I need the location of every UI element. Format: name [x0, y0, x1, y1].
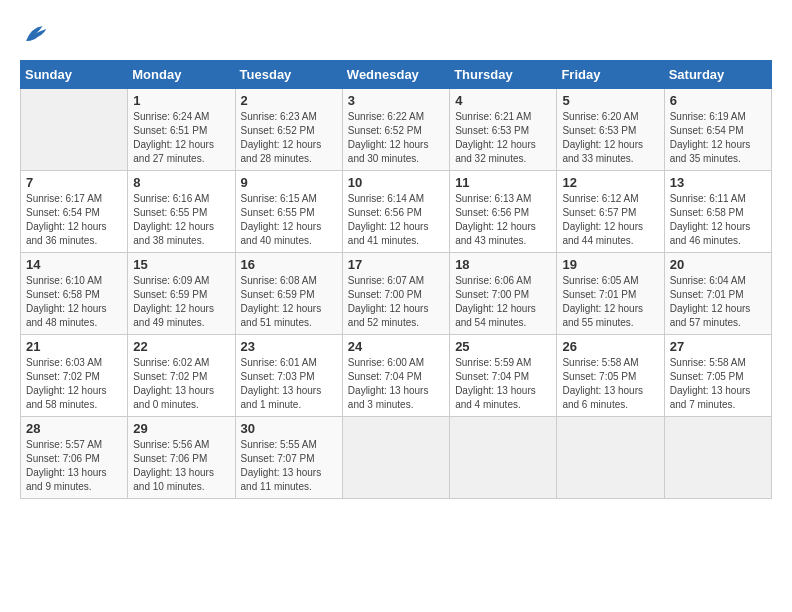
day-info: Sunrise: 5:58 AM Sunset: 7:05 PM Dayligh… [670, 356, 766, 412]
day-info: Sunrise: 6:22 AM Sunset: 6:52 PM Dayligh… [348, 110, 444, 166]
calendar-cell: 8Sunrise: 6:16 AM Sunset: 6:55 PM Daylig… [128, 171, 235, 253]
column-header-wednesday: Wednesday [342, 61, 449, 89]
calendar-cell: 7Sunrise: 6:17 AM Sunset: 6:54 PM Daylig… [21, 171, 128, 253]
calendar-cell: 23Sunrise: 6:01 AM Sunset: 7:03 PM Dayli… [235, 335, 342, 417]
day-info: Sunrise: 6:08 AM Sunset: 6:59 PM Dayligh… [241, 274, 337, 330]
column-header-monday: Monday [128, 61, 235, 89]
day-info: Sunrise: 6:13 AM Sunset: 6:56 PM Dayligh… [455, 192, 551, 248]
day-number: 12 [562, 175, 658, 190]
day-number: 3 [348, 93, 444, 108]
calendar-cell: 24Sunrise: 6:00 AM Sunset: 7:04 PM Dayli… [342, 335, 449, 417]
day-info: Sunrise: 6:15 AM Sunset: 6:55 PM Dayligh… [241, 192, 337, 248]
day-info: Sunrise: 6:24 AM Sunset: 6:51 PM Dayligh… [133, 110, 229, 166]
day-info: Sunrise: 6:01 AM Sunset: 7:03 PM Dayligh… [241, 356, 337, 412]
day-info: Sunrise: 6:04 AM Sunset: 7:01 PM Dayligh… [670, 274, 766, 330]
day-number: 14 [26, 257, 122, 272]
calendar-cell: 30Sunrise: 5:55 AM Sunset: 7:07 PM Dayli… [235, 417, 342, 499]
day-number: 13 [670, 175, 766, 190]
day-number: 15 [133, 257, 229, 272]
calendar-cell: 4Sunrise: 6:21 AM Sunset: 6:53 PM Daylig… [450, 89, 557, 171]
day-number: 4 [455, 93, 551, 108]
day-info: Sunrise: 6:11 AM Sunset: 6:58 PM Dayligh… [670, 192, 766, 248]
day-info: Sunrise: 6:17 AM Sunset: 6:54 PM Dayligh… [26, 192, 122, 248]
calendar-cell: 19Sunrise: 6:05 AM Sunset: 7:01 PM Dayli… [557, 253, 664, 335]
calendar-cell: 20Sunrise: 6:04 AM Sunset: 7:01 PM Dayli… [664, 253, 771, 335]
day-info: Sunrise: 6:02 AM Sunset: 7:02 PM Dayligh… [133, 356, 229, 412]
calendar-cell: 2Sunrise: 6:23 AM Sunset: 6:52 PM Daylig… [235, 89, 342, 171]
day-info: Sunrise: 6:14 AM Sunset: 6:56 PM Dayligh… [348, 192, 444, 248]
day-number: 23 [241, 339, 337, 354]
calendar-table: SundayMondayTuesdayWednesdayThursdayFrid… [20, 60, 772, 499]
day-number: 30 [241, 421, 337, 436]
calendar-cell: 14Sunrise: 6:10 AM Sunset: 6:58 PM Dayli… [21, 253, 128, 335]
day-number: 10 [348, 175, 444, 190]
day-number: 1 [133, 93, 229, 108]
day-number: 16 [241, 257, 337, 272]
day-number: 21 [26, 339, 122, 354]
calendar-cell [664, 417, 771, 499]
calendar-cell: 27Sunrise: 5:58 AM Sunset: 7:05 PM Dayli… [664, 335, 771, 417]
day-info: Sunrise: 6:23 AM Sunset: 6:52 PM Dayligh… [241, 110, 337, 166]
calendar-cell: 17Sunrise: 6:07 AM Sunset: 7:00 PM Dayli… [342, 253, 449, 335]
calendar-cell: 5Sunrise: 6:20 AM Sunset: 6:53 PM Daylig… [557, 89, 664, 171]
day-number: 11 [455, 175, 551, 190]
calendar-cell: 22Sunrise: 6:02 AM Sunset: 7:02 PM Dayli… [128, 335, 235, 417]
day-number: 6 [670, 93, 766, 108]
day-info: Sunrise: 6:19 AM Sunset: 6:54 PM Dayligh… [670, 110, 766, 166]
day-number: 24 [348, 339, 444, 354]
day-number: 25 [455, 339, 551, 354]
day-number: 20 [670, 257, 766, 272]
day-info: Sunrise: 6:20 AM Sunset: 6:53 PM Dayligh… [562, 110, 658, 166]
calendar-cell: 15Sunrise: 6:09 AM Sunset: 6:59 PM Dayli… [128, 253, 235, 335]
day-number: 29 [133, 421, 229, 436]
day-info: Sunrise: 5:57 AM Sunset: 7:06 PM Dayligh… [26, 438, 122, 494]
page-header [20, 20, 772, 50]
calendar-cell [21, 89, 128, 171]
day-number: 7 [26, 175, 122, 190]
calendar-cell: 1Sunrise: 6:24 AM Sunset: 6:51 PM Daylig… [128, 89, 235, 171]
calendar-cell: 12Sunrise: 6:12 AM Sunset: 6:57 PM Dayli… [557, 171, 664, 253]
calendar-cell: 16Sunrise: 6:08 AM Sunset: 6:59 PM Dayli… [235, 253, 342, 335]
day-info: Sunrise: 5:58 AM Sunset: 7:05 PM Dayligh… [562, 356, 658, 412]
calendar-cell: 18Sunrise: 6:06 AM Sunset: 7:00 PM Dayli… [450, 253, 557, 335]
day-number: 17 [348, 257, 444, 272]
column-header-tuesday: Tuesday [235, 61, 342, 89]
logo [20, 20, 54, 50]
day-info: Sunrise: 6:09 AM Sunset: 6:59 PM Dayligh… [133, 274, 229, 330]
day-number: 19 [562, 257, 658, 272]
day-number: 28 [26, 421, 122, 436]
column-header-sunday: Sunday [21, 61, 128, 89]
calendar-cell: 28Sunrise: 5:57 AM Sunset: 7:06 PM Dayli… [21, 417, 128, 499]
calendar-cell [557, 417, 664, 499]
calendar-cell: 6Sunrise: 6:19 AM Sunset: 6:54 PM Daylig… [664, 89, 771, 171]
day-info: Sunrise: 6:21 AM Sunset: 6:53 PM Dayligh… [455, 110, 551, 166]
column-header-saturday: Saturday [664, 61, 771, 89]
calendar-cell: 13Sunrise: 6:11 AM Sunset: 6:58 PM Dayli… [664, 171, 771, 253]
calendar-cell: 25Sunrise: 5:59 AM Sunset: 7:04 PM Dayli… [450, 335, 557, 417]
day-number: 27 [670, 339, 766, 354]
day-info: Sunrise: 6:00 AM Sunset: 7:04 PM Dayligh… [348, 356, 444, 412]
day-number: 8 [133, 175, 229, 190]
calendar-cell [342, 417, 449, 499]
calendar-cell: 10Sunrise: 6:14 AM Sunset: 6:56 PM Dayli… [342, 171, 449, 253]
day-info: Sunrise: 6:03 AM Sunset: 7:02 PM Dayligh… [26, 356, 122, 412]
day-info: Sunrise: 6:06 AM Sunset: 7:00 PM Dayligh… [455, 274, 551, 330]
day-number: 9 [241, 175, 337, 190]
day-info: Sunrise: 6:12 AM Sunset: 6:57 PM Dayligh… [562, 192, 658, 248]
calendar-cell: 9Sunrise: 6:15 AM Sunset: 6:55 PM Daylig… [235, 171, 342, 253]
column-header-friday: Friday [557, 61, 664, 89]
day-number: 26 [562, 339, 658, 354]
day-info: Sunrise: 6:10 AM Sunset: 6:58 PM Dayligh… [26, 274, 122, 330]
day-number: 5 [562, 93, 658, 108]
day-info: Sunrise: 6:16 AM Sunset: 6:55 PM Dayligh… [133, 192, 229, 248]
calendar-cell [450, 417, 557, 499]
day-info: Sunrise: 5:59 AM Sunset: 7:04 PM Dayligh… [455, 356, 551, 412]
day-number: 18 [455, 257, 551, 272]
logo-bird-icon [20, 20, 50, 50]
day-number: 2 [241, 93, 337, 108]
day-info: Sunrise: 5:56 AM Sunset: 7:06 PM Dayligh… [133, 438, 229, 494]
calendar-cell: 3Sunrise: 6:22 AM Sunset: 6:52 PM Daylig… [342, 89, 449, 171]
column-header-thursday: Thursday [450, 61, 557, 89]
day-number: 22 [133, 339, 229, 354]
day-info: Sunrise: 5:55 AM Sunset: 7:07 PM Dayligh… [241, 438, 337, 494]
